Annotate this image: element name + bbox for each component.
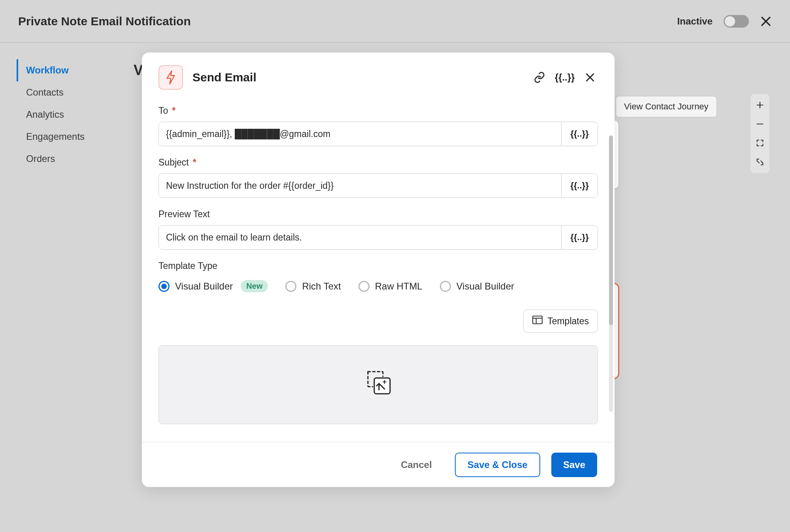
sidebar-item-workflow[interactable]: Workflow <box>17 59 104 81</box>
dropzone-select-icon <box>364 369 392 397</box>
zoom-controls <box>750 94 769 173</box>
preview-label: Preview Text <box>158 209 598 220</box>
to-input-row: {{..}} <box>158 122 598 146</box>
radio-circle-icon <box>158 281 170 292</box>
radio-rich-text[interactable]: Rich Text <box>285 281 341 292</box>
template-type-label: Template Type <box>158 261 598 271</box>
send-email-modal: Send Email {{..}} <box>142 53 615 487</box>
top-bar: Private Note Email Notification Inactive <box>0 0 790 43</box>
status-label: Inactive <box>677 16 713 27</box>
top-right-controls: Inactive <box>677 15 772 28</box>
radio-visual-builder-new[interactable]: Visual Builder New <box>158 280 268 292</box>
sidebar-item-analytics[interactable]: Analytics <box>17 103 104 126</box>
modal-close-icon[interactable] <box>582 70 598 85</box>
cancel-button[interactable]: Cancel <box>389 453 444 477</box>
radio-circle-icon <box>285 281 296 292</box>
template-type-group: Template Type Visual Builder New Rich Te… <box>158 261 598 292</box>
link-icon[interactable] <box>532 70 547 85</box>
radio-visual-builder[interactable]: Visual Builder <box>440 281 514 292</box>
background-card-edge-active <box>614 283 619 379</box>
to-input[interactable] <box>159 122 561 146</box>
templates-button[interactable]: Templates <box>523 310 598 333</box>
to-merge-tag-button[interactable]: {{..}} <box>561 122 598 146</box>
bolt-icon <box>158 65 183 90</box>
modal-footer: Cancel Save & Close Save <box>142 442 615 487</box>
zoom-in-button[interactable] <box>750 96 769 115</box>
modal-title: Send Email <box>192 71 522 84</box>
preview-input-row: {{..}} <box>158 225 598 250</box>
sidebar-item-label: Analytics <box>26 109 64 120</box>
templates-label: Templates <box>547 316 589 327</box>
radio-label: Rich Text <box>302 281 341 292</box>
templates-button-row: Templates <box>158 310 598 333</box>
radio-label: Visual Builder <box>456 281 514 292</box>
sidebar-item-orders[interactable]: Orders <box>17 148 104 170</box>
modal-body: To * {{..}} Subject * <box>142 100 615 442</box>
fullscreen-button[interactable] <box>750 152 769 171</box>
sidebar: Workflow Contacts Analytics Engagements … <box>17 59 104 170</box>
template-type-radio-row: Visual Builder New Rich Text Raw HTML Vi… <box>158 280 598 292</box>
sidebar-item-label: Workflow <box>26 65 69 75</box>
radio-circle-icon <box>358 281 370 292</box>
modal-header: Send Email {{..}} <box>142 53 615 100</box>
radio-label: Visual Builder <box>175 281 233 292</box>
page-title: Private Note Email Notification <box>18 15 677 28</box>
save-button[interactable]: Save <box>551 453 597 477</box>
view-journey-label: View Contact Journey <box>624 102 709 112</box>
toggle-knob <box>725 16 735 26</box>
subject-input-row: {{..}} <box>158 173 598 198</box>
required-star: * <box>193 157 196 168</box>
zoom-out-button[interactable] <box>750 115 769 133</box>
sidebar-item-engagements[interactable]: Engagements <box>17 126 104 148</box>
templates-icon <box>532 316 543 327</box>
preview-merge-tag-button[interactable]: {{..}} <box>561 226 598 249</box>
preview-input[interactable] <box>159 226 561 249</box>
to-label: To * <box>158 105 598 116</box>
template-dropzone[interactable] <box>158 345 598 424</box>
scrollbar-thumb[interactable] <box>609 135 613 325</box>
required-star: * <box>172 105 175 116</box>
sidebar-item-label: Orders <box>26 153 55 164</box>
background-card-edge <box>614 120 619 189</box>
page-close-icon[interactable] <box>760 15 772 27</box>
preview-field-group: Preview Text {{..}} <box>158 209 598 250</box>
new-badge: New <box>241 280 268 292</box>
sidebar-item-label: Engagements <box>26 131 85 142</box>
sidebar-item-label: Contacts <box>26 87 64 98</box>
view-contact-journey-button[interactable]: View Contact Journey <box>616 96 717 117</box>
radio-circle-icon <box>440 281 451 292</box>
save-and-close-button[interactable]: Save & Close <box>455 453 540 477</box>
subject-label: Subject * <box>158 157 598 168</box>
subject-merge-tag-button[interactable]: {{..}} <box>561 174 598 197</box>
merge-tags-icon[interactable]: {{..}} <box>557 70 573 85</box>
radio-raw-html[interactable]: Raw HTML <box>358 281 422 292</box>
sidebar-item-contacts[interactable]: Contacts <box>17 81 104 103</box>
radio-label: Raw HTML <box>375 281 422 292</box>
subject-field-group: Subject * {{..}} <box>158 157 598 198</box>
subject-input[interactable] <box>159 174 561 197</box>
fit-screen-button[interactable] <box>750 133 769 152</box>
modal-scrollbar[interactable] <box>609 135 613 412</box>
to-field-group: To * {{..}} <box>158 105 598 146</box>
svg-rect-7 <box>533 316 542 324</box>
status-toggle[interactable] <box>724 15 749 28</box>
